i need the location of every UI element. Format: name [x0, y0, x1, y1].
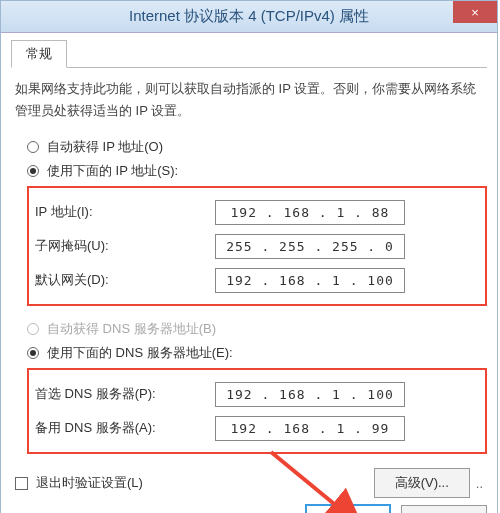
cancel-button[interactable]: 取消 [401, 505, 487, 513]
label-mask: 子网掩码(U): [35, 237, 215, 255]
dns-highlight-box: 首选 DNS 服务器(P): 192 . 168 . 1 . 100 备用 DN… [27, 368, 487, 454]
tab-general[interactable]: 常规 [11, 40, 67, 68]
row-gateway: 默认网关(D): 192 . 168 . 1 . 100 [35, 266, 479, 294]
radio-auto-dns-label: 自动获得 DNS 服务器地址(B) [47, 320, 216, 338]
radio-manual-dns[interactable]: 使用下面的 DNS 服务器地址(E): [27, 344, 487, 362]
row-ip: IP 地址(I): 192 . 168 . 1 . 88 [35, 198, 479, 226]
advanced-button[interactable]: 高级(V)... [374, 468, 470, 498]
label-pref-dns: 首选 DNS 服务器(P): [35, 385, 215, 403]
close-icon: × [471, 5, 479, 20]
window-title: Internet 协议版本 4 (TCP/IPv4) 属性 [1, 7, 497, 26]
label-ip: IP 地址(I): [35, 203, 215, 221]
dns-group: 自动获得 DNS 服务器地址(B) 使用下面的 DNS 服务器地址(E): 首选… [27, 320, 487, 454]
client-area: 常规 如果网络支持此功能，则可以获取自动指派的 IP 设置。否则，你需要从网络系… [1, 33, 497, 513]
radio-auto-ip-label: 自动获得 IP 地址(O) [47, 138, 163, 156]
ok-button[interactable]: 确定 [305, 504, 391, 513]
radio-icon [27, 323, 39, 335]
row-mask: 子网掩码(U): 255 . 255 . 255 . 0 [35, 232, 479, 260]
radio-manual-ip-label: 使用下面的 IP 地址(S): [47, 162, 178, 180]
titlebar: Internet 协议版本 4 (TCP/IPv4) 属性 × [1, 1, 497, 33]
radio-manual-ip[interactable]: 使用下面的 IP 地址(S): [27, 162, 487, 180]
properties-dialog: Internet 协议版本 4 (TCP/IPv4) 属性 × 常规 如果网络支… [0, 0, 498, 513]
input-ip[interactable]: 192 . 168 . 1 . 88 [215, 200, 405, 225]
ip-group: 自动获得 IP 地址(O) 使用下面的 IP 地址(S): IP 地址(I): … [27, 138, 487, 306]
checkbox-validate-label: 退出时验证设置(L) [36, 474, 143, 492]
radio-manual-dns-label: 使用下面的 DNS 服务器地址(E): [47, 344, 233, 362]
radio-auto-dns: 自动获得 DNS 服务器地址(B) [27, 320, 487, 338]
ellipsis-icon: .. [476, 476, 483, 491]
description-text: 如果网络支持此功能，则可以获取自动指派的 IP 设置。否则，你需要从网络系统管理… [15, 78, 483, 122]
input-alt-dns[interactable]: 192 . 168 . 1 . 99 [215, 416, 405, 441]
checkbox-validate[interactable]: 退出时验证设置(L) [15, 474, 143, 492]
label-gateway: 默认网关(D): [35, 271, 215, 289]
label-alt-dns: 备用 DNS 服务器(A): [35, 419, 215, 437]
radio-icon [27, 141, 39, 153]
ip-highlight-box: IP 地址(I): 192 . 168 . 1 . 88 子网掩码(U): 25… [27, 186, 487, 306]
radio-icon [27, 347, 39, 359]
input-gateway[interactable]: 192 . 168 . 1 . 100 [215, 268, 405, 293]
dialog-footer: 确定 取消 [11, 504, 487, 513]
input-pref-dns[interactable]: 192 . 168 . 1 . 100 [215, 382, 405, 407]
row-pref-dns: 首选 DNS 服务器(P): 192 . 168 . 1 . 100 [35, 380, 479, 408]
close-button[interactable]: × [453, 1, 497, 23]
row-alt-dns: 备用 DNS 服务器(A): 192 . 168 . 1 . 99 [35, 414, 479, 442]
tabstrip: 常规 [11, 39, 487, 68]
radio-auto-ip[interactable]: 自动获得 IP 地址(O) [27, 138, 487, 156]
input-mask[interactable]: 255 . 255 . 255 . 0 [215, 234, 405, 259]
radio-icon [27, 165, 39, 177]
checkbox-icon [15, 477, 28, 490]
